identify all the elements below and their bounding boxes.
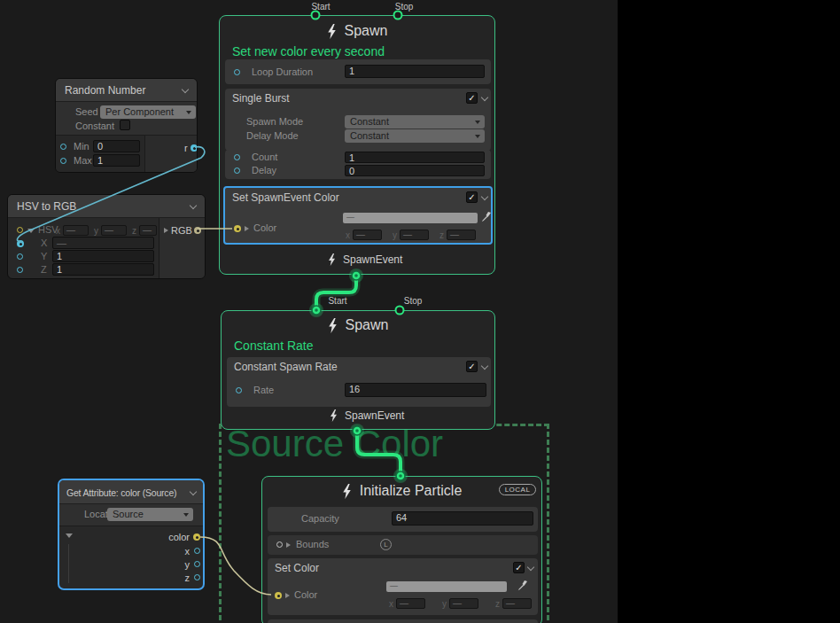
- count-field[interactable]: 1: [345, 152, 485, 163]
- set-spawnevent-color-chevron-icon[interactable]: [481, 193, 488, 200]
- collapse-chevron-icon[interactable]: [190, 202, 197, 209]
- color-expand-triangle-icon[interactable]: [285, 593, 290, 598]
- color-swatch[interactable]: —: [386, 581, 507, 592]
- y-minibox[interactable]: —: [449, 598, 478, 609]
- expand-triangle-icon[interactable]: [27, 229, 35, 233]
- y-row-label: Y: [41, 251, 47, 261]
- collapse-chevron-icon[interactable]: [182, 86, 189, 93]
- x-output-port[interactable]: [194, 548, 200, 554]
- rate-port[interactable]: [236, 387, 242, 393]
- node-hsv-to-rgb[interactable]: HSV to RGB HSV x — y — z — X — Y 1 Z 1 R…: [7, 194, 206, 279]
- lightning-icon: [328, 318, 338, 333]
- eyedropper-icon[interactable]: [481, 212, 492, 222]
- constant-spawn-rate-chevron-icon[interactable]: [481, 362, 488, 370]
- constant-spawn-rate-checkbox[interactable]: ✓: [466, 361, 478, 372]
- set-spawnevent-color-checkbox[interactable]: ✓: [466, 191, 478, 203]
- location-dropdown[interactable]: Source: [107, 508, 193, 521]
- node-spawn-2[interactable]: Spawn Constant Rate Constant Spawn Rate …: [221, 310, 495, 430]
- node-title: Initialize Particle: [360, 483, 463, 499]
- spawn2-subtitle[interactable]: Constant Rate: [234, 339, 314, 353]
- max-field[interactable]: 1: [93, 154, 140, 167]
- delay-mode-dropdown[interactable]: Constant: [345, 129, 485, 143]
- node-random-number[interactable]: Random Number Seed Per Component Constan…: [55, 78, 198, 173]
- lightning-icon: [330, 409, 338, 422]
- hsv-z-minibox[interactable]: —: [139, 225, 157, 236]
- loop-duration-port[interactable]: [234, 69, 240, 75]
- node-initialize-particle[interactable]: Initialize Particle LOCAL Capacity 64 Bo…: [261, 476, 542, 623]
- local-badge[interactable]: LOCAL: [499, 484, 536, 495]
- spawn1-stop-label: Stop: [395, 2, 414, 12]
- color-output-port[interactable]: [193, 533, 200, 541]
- graph-canvas[interactable]: Source Color Random Number Seed Per Comp…: [0, 0, 840, 623]
- rgb-expand-triangle-icon[interactable]: [164, 228, 168, 233]
- constant-checkbox[interactable]: [120, 120, 130, 130]
- x-row-label: X: [41, 238, 47, 248]
- z-input-port[interactable]: [17, 267, 23, 273]
- hsv-x-minilabel: x: [56, 226, 60, 236]
- spawn1-subtitle[interactable]: Set new color every second: [232, 44, 385, 58]
- hsv-x-minibox[interactable]: —: [63, 225, 89, 236]
- color-input-port[interactable]: [275, 592, 282, 599]
- outputs-guide-line: [68, 544, 69, 583]
- x-minibox[interactable]: —: [396, 598, 425, 609]
- min-field[interactable]: 0: [93, 140, 140, 152]
- set-spawnevent-color-block[interactable]: Set SpawnEvent Color ✓ Color — x — y — z…: [223, 186, 493, 245]
- x-field[interactable]: —: [52, 237, 154, 249]
- delay-field[interactable]: 0: [345, 165, 485, 176]
- z-minibox[interactable]: —: [447, 230, 476, 240]
- eyedropper-icon[interactable]: [517, 580, 528, 591]
- count-delay-panel: Count 1 Delay 0: [225, 150, 491, 179]
- y-input-port[interactable]: [17, 253, 23, 260]
- spawn-mode-dropdown[interactable]: Constant: [345, 115, 485, 128]
- color-output-label: color: [152, 532, 190, 542]
- single-burst-checkbox[interactable]: ✓: [466, 92, 478, 104]
- y-output-label: y: [170, 559, 190, 570]
- spawn-mode-label: Spawn Mode: [246, 116, 303, 127]
- outputs-expand-triangle-icon[interactable]: [66, 533, 73, 538]
- bounds-port[interactable]: [276, 541, 283, 548]
- delay-port[interactable]: [234, 167, 240, 174]
- single-burst-chevron-icon[interactable]: [481, 94, 488, 101]
- constant-spawn-rate-block[interactable]: Constant Spawn Rate ✓ Rate 16: [227, 357, 491, 407]
- y-output-port[interactable]: [194, 561, 200, 567]
- loop-duration-field[interactable]: 1: [345, 65, 485, 78]
- rgb-output-port[interactable]: [194, 227, 201, 234]
- x-minibox[interactable]: —: [353, 230, 382, 240]
- y-minibox[interactable]: —: [400, 230, 429, 240]
- spawn2-footer: SpawnEvent: [330, 409, 404, 422]
- lightning-icon: [342, 484, 352, 499]
- loop-duration-panel: Loop Duration 1: [225, 59, 491, 84]
- collapse-chevron-icon[interactable]: [190, 488, 197, 495]
- z-field[interactable]: 1: [52, 263, 154, 276]
- rgb-output-label: RGB: [171, 225, 192, 236]
- x-input-port[interactable]: [17, 240, 24, 247]
- node-spawn-1[interactable]: Spawn Set new color every second Loop Du…: [219, 15, 495, 275]
- z-output-port[interactable]: [194, 574, 200, 580]
- color-input-port[interactable]: [234, 225, 241, 232]
- bounds-row: Bounds L: [268, 535, 538, 555]
- set-color-chevron-icon[interactable]: [527, 564, 534, 571]
- set-color-block[interactable]: Set Color ✓ Color — x — y — z —: [268, 558, 538, 615]
- hsv-input-port[interactable]: [17, 227, 23, 233]
- single-burst-block[interactable]: Single Burst ✓ Spawn Mode Constant Delay…: [225, 89, 491, 151]
- min-port[interactable]: [60, 144, 66, 150]
- z-minibox[interactable]: —: [502, 598, 532, 609]
- y-field[interactable]: 1: [52, 250, 154, 262]
- set-color-checkbox[interactable]: ✓: [513, 562, 525, 573]
- count-port[interactable]: [234, 154, 240, 160]
- node-get-attribute[interactable]: Get Attribute: color (Source) Location S…: [58, 479, 205, 590]
- color-swatch[interactable]: —: [343, 213, 478, 223]
- constant-spawn-rate-title: Constant Spawn Rate: [234, 361, 338, 373]
- capacity-field[interactable]: 64: [392, 511, 533, 526]
- seed-dropdown[interactable]: Per Component: [100, 105, 196, 119]
- r-output-port[interactable]: [191, 144, 198, 152]
- max-port[interactable]: [60, 158, 66, 164]
- offscreen-black-area: [618, 0, 840, 623]
- z-output-label: z: [170, 572, 190, 583]
- hsv-y-minibox[interactable]: —: [101, 225, 127, 236]
- x-minilabel: x: [389, 599, 393, 609]
- node-title: Get Attribute: color (Source): [66, 487, 176, 498]
- bounds-expand-triangle-icon[interactable]: [286, 542, 291, 548]
- rate-field[interactable]: 16: [345, 383, 486, 397]
- color-expand-triangle-icon[interactable]: [245, 226, 249, 231]
